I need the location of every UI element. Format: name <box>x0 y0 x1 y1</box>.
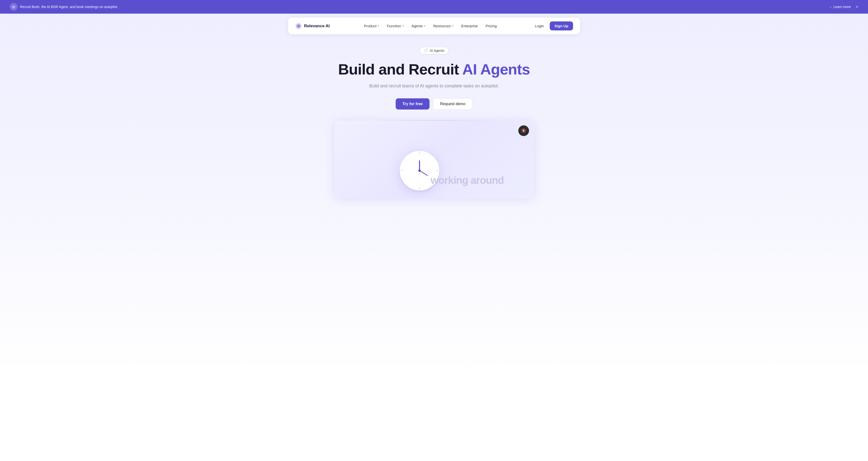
function-chevron-icon: ▾ <box>402 25 404 27</box>
logo-icon <box>295 22 302 30</box>
navbar: Relevance AI Product ▾ Function ▾ Agents… <box>288 18 580 34</box>
hero-badge: 📄 AI Agents <box>420 47 448 54</box>
announcement-avatar <box>10 3 18 11</box>
announcement-close-button[interactable]: × <box>856 5 858 9</box>
logo-link[interactable]: Relevance AI <box>295 22 330 30</box>
nav-agents[interactable]: Agents ▾ <box>408 22 429 30</box>
nav-function[interactable]: Function ▾ <box>383 22 407 30</box>
nav-links: Product ▾ Function ▾ Agents ▾ Resources … <box>361 22 500 30</box>
agents-chevron-icon: ▾ <box>424 25 425 27</box>
nav-resources[interactable]: Resources ▾ <box>430 22 457 30</box>
preview-section: working around 🔇 <box>330 121 539 208</box>
hero-title-part1: Build and Recruit <box>338 61 462 78</box>
logo-text: Relevance AI <box>304 24 330 29</box>
request-demo-button[interactable]: Request demo <box>433 98 472 110</box>
learn-more-link[interactable]: → Learn more <box>829 5 851 9</box>
signup-button[interactable]: Sign Up <box>550 22 573 30</box>
badge-icon: 📄 <box>424 49 428 53</box>
hero-subtitle: Build and recruit teams of AI agents to … <box>330 83 539 90</box>
login-button[interactable]: Login <box>531 22 548 30</box>
mute-button[interactable]: 🔇 <box>518 125 529 136</box>
nav-enterprise[interactable]: Enterprise <box>458 22 481 30</box>
badge-label: AI Agents <box>430 49 444 53</box>
hero-buttons: Try for free Request demo <box>330 98 539 110</box>
main-content: Relevance AI Product ▾ Function ▾ Agents… <box>0 13 868 461</box>
arrow-icon: → <box>829 5 832 9</box>
hero-title: Build and Recruit AI Agents <box>330 61 539 78</box>
hero-title-highlight: AI Agents <box>462 61 530 78</box>
clock-svg <box>395 146 444 195</box>
svg-point-5 <box>298 25 300 27</box>
product-chevron-icon: ▾ <box>378 25 379 27</box>
clock-illustration <box>395 146 444 196</box>
announcement-right: → Learn more × <box>829 5 858 9</box>
svg-point-0 <box>11 5 16 9</box>
nav-pricing[interactable]: Pricing <box>482 22 500 30</box>
announcement-left: Recruit Bosh, the AI BDR Agent, and book… <box>10 3 118 11</box>
svg-point-1 <box>12 6 13 7</box>
preview-overlay-text: working around <box>431 175 504 186</box>
nav-product[interactable]: Product ▾ <box>361 22 382 30</box>
try-free-button[interactable]: Try for free <box>396 98 430 110</box>
nav-auth: Login Sign Up <box>531 22 573 30</box>
announcement-banner: Recruit Bosh, the AI BDR Agent, and book… <box>0 0 868 13</box>
svg-point-2 <box>14 6 15 7</box>
preview-bg: working around 🔇 <box>334 121 534 198</box>
navbar-wrapper: Relevance AI Product ▾ Function ▾ Agents… <box>0 13 868 34</box>
preview-container: working around 🔇 <box>334 121 534 198</box>
announcement-text: Recruit Bosh, the AI BDR Agent, and book… <box>20 5 118 9</box>
resources-chevron-icon: ▾ <box>452 25 453 27</box>
hero-section: 📄 AI Agents Build and Recruit AI Agents … <box>324 34 544 121</box>
svg-point-20 <box>418 170 421 172</box>
mute-icon: 🔇 <box>521 128 526 133</box>
